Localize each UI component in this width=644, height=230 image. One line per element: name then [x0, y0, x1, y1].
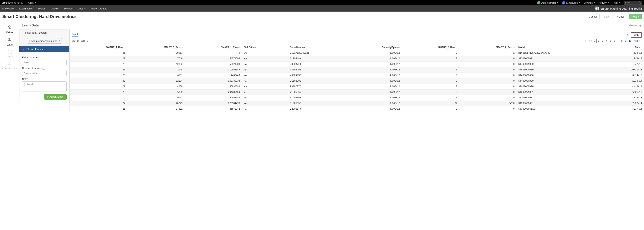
spl-button[interactable]: SPL	[631, 32, 641, 37]
brand-enterprise: enterprise	[11, 1, 23, 4]
pager-page-7[interactable]: 7	[616, 39, 620, 43]
cell: S1F01553	[288, 101, 347, 106]
svg-point-0	[639, 2, 640, 3]
table-row[interactable]: 212789146572942NoZ2908LT73.00E+1200ST330…	[70, 106, 644, 112]
pager-next[interactable]: Next »	[633, 39, 641, 43]
cell: W1F0V86J	[288, 89, 347, 95]
nav-settings[interactable]: Settings	[64, 7, 72, 10]
input-tab[interactable]: Input	[72, 33, 78, 37]
step-up-button[interactable]: ▲	[63, 71, 66, 73]
notes-textarea[interactable]: (optional)	[22, 81, 66, 91]
cell: 22	[70, 56, 127, 62]
cell: Yes	[242, 50, 288, 56]
nav-video-tutorials[interactable]: Video Tutorials⧉	[90, 7, 109, 10]
col-SMART_4_Raw[interactable]: SMART_4_Raw◇	[70, 44, 127, 50]
table-row[interactable]: 22425645930696YesZ300CR7D4.00E+1200ST400…	[70, 84, 644, 89]
col-SMART_1_Raw[interactable]: SMART_1_Raw◇	[184, 44, 242, 50]
pager-page-8[interactable]: 8	[620, 39, 624, 43]
table-row[interactable]: 31390630YesJK2171B9J0G26L2.00E+1201Hitac…	[70, 50, 644, 56]
table-row[interactable]: 231235250521088NoZ300X7L14.00E+1200ST400…	[70, 62, 644, 67]
cell: Yes	[242, 84, 288, 89]
pager-page-10[interactable]: 10	[628, 39, 632, 43]
mltk-logo-icon	[595, 7, 598, 11]
nav-docs[interactable]: Docs⧉	[78, 7, 86, 10]
num-clusters-input[interactable]: Enter a value...	[22, 71, 66, 76]
cell: Yes	[242, 101, 288, 106]
pager-page-6[interactable]: 6	[612, 39, 616, 43]
cluster-events-row[interactable]: ⌄ Cluster Events	[20, 46, 69, 52]
col-Date[interactable]: Date◇	[606, 44, 644, 50]
pager-page-3[interactable]: 3	[601, 39, 604, 43]
pager-page-2[interactable]: 2	[597, 39, 600, 43]
admin-label: Administrator	[542, 1, 556, 4]
save-button[interactable]: Save	[601, 14, 612, 19]
cell: 9771	[127, 95, 184, 101]
cell: 0	[459, 84, 516, 89]
initial-data-row[interactable]: › Initial data - Search	[20, 30, 69, 36]
administrator-menu[interactable]: i Administrator▼	[537, 1, 559, 5]
view-history-link[interactable]: View history	[629, 24, 641, 27]
cell: No	[242, 106, 288, 112]
cell: Z2908LT7	[288, 106, 347, 112]
table-row[interactable]: 236859204286160YesW1F0V86J3.00E+1200ST30…	[70, 89, 644, 95]
main-content: Define Learn ✓ Review Operationalize Lea…	[0, 22, 644, 112]
learn-accordion: › Initial data - Search + Add preprocess…	[19, 30, 70, 103]
table-row[interactable]: 22774654571504YesS1F0R1AK3.00E+1200ST300…	[70, 56, 644, 62]
col-SerialNumber[interactable]: SerialNumber◇	[288, 44, 347, 50]
fields-to-cluster-select[interactable]: Select... ▼	[22, 60, 66, 65]
cell: 0	[459, 73, 516, 78]
nav-models[interactable]: Models	[50, 7, 58, 10]
apps-menu[interactable]: Apps▼	[28, 1, 36, 4]
pager-page-9[interactable]: 9	[624, 39, 628, 43]
cell: 4.00E+12	[347, 73, 402, 78]
step-down-button[interactable]: ▼	[63, 73, 66, 76]
col-SMART_5_Raw[interactable]: SMART_5_Raw◇	[402, 44, 459, 50]
next-button[interactable]: Next >	[628, 14, 642, 19]
pager-page-4[interactable]: 4	[605, 39, 608, 43]
num-clusters-label: Number of clusters ?	[22, 67, 66, 70]
cancel-button[interactable]: Cancel	[586, 14, 600, 19]
per-page-dropdown[interactable]: 20 Per Page ▼	[72, 40, 88, 42]
cell: 4256	[127, 84, 184, 89]
step-define[interactable]: Define	[6, 25, 13, 34]
messages-menu[interactable]: 2 Messages▼	[562, 1, 580, 5]
step-operationalize[interactable]: Operationalize	[2, 61, 17, 70]
info-badge-icon: i	[537, 1, 540, 5]
col-SMART_2_Raw[interactable]: SMART_2_Raw◇	[459, 44, 516, 50]
cell: 7/27/14	[606, 101, 644, 106]
step-review[interactable]: ✓ Review	[6, 50, 13, 58]
nav-experiments[interactable]: Experiments	[19, 7, 32, 10]
table-row[interactable]: 212148219958384NoZ300GPPS4.00E+1200ST400…	[70, 67, 644, 73]
table-row[interactable]: 2865814433448NoW300R9SJ4.00E+1200ST4000D…	[70, 73, 644, 78]
col-CapacityBytes[interactable]: CapacityBytes◇	[347, 44, 402, 50]
table-row[interactable]: 199771169558688NoS1F02XDM3.00E+1200ST300…	[70, 95, 644, 101]
add-preprocessing-button[interactable]: + Add preprocessing step ▼	[27, 38, 62, 44]
nav-search[interactable]: Search	[38, 7, 46, 10]
col-Model[interactable]: Model◇	[516, 44, 606, 50]
col-SMART_3_Raw[interactable]: SMART_3_Raw◇	[127, 44, 184, 50]
cell: 3.00E+12	[347, 95, 402, 101]
cell: 6859	[127, 89, 184, 95]
brand-logo[interactable]: splunk>enterprise	[2, 1, 23, 4]
global-search-input[interactable]: Find	[624, 1, 642, 5]
cube-icon	[8, 25, 12, 30]
pager-prev[interactable]: « Prev	[584, 39, 593, 43]
activity-menu[interactable]: Activity▼	[598, 1, 609, 4]
step-learn[interactable]: Learn	[7, 38, 13, 46]
caret-down-icon: ▼	[86, 40, 88, 42]
col-DiskFailure[interactable]: DiskFailure◇	[242, 44, 288, 50]
back-button[interactable]: < Back	[614, 14, 627, 19]
caret-down-icon: ▼	[578, 2, 580, 4]
pager-page-1[interactable]: 1	[593, 39, 597, 43]
cell: 2/7/15	[606, 106, 644, 112]
cell: JK2171B9J0G26L	[288, 50, 347, 56]
settings-menu[interactable]: Settings▼	[584, 1, 595, 4]
table-row[interactable]: 2720779220984496YesS1F015533.00E+1232568…	[70, 101, 644, 106]
nav-showcase[interactable]: Showcase	[2, 7, 14, 10]
pager-page-5[interactable]: 5	[608, 39, 612, 43]
table-row[interactable]: 3212184152739038NoZ1Z06G0S4.00E+1200ST40…	[70, 78, 644, 84]
help-menu[interactable]: Help▼	[612, 1, 620, 4]
find-clusters-button[interactable]: Find Clusters	[44, 94, 66, 99]
help-icon[interactable]: ?	[42, 67, 45, 70]
cell: 32	[402, 101, 459, 106]
